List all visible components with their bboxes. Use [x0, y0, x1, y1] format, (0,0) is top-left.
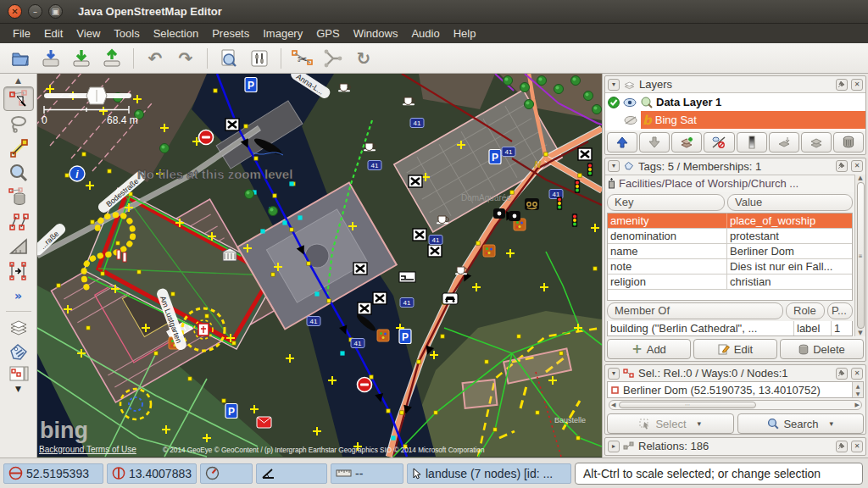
- pin-tags-button[interactable]: [836, 160, 848, 172]
- download-osm-button[interactable]: [68, 46, 95, 71]
- tool-more[interactable]: »: [3, 283, 34, 308]
- maximize-button[interactable]: ▣: [48, 4, 63, 19]
- selection-spinner[interactable]: ▲▼: [852, 382, 863, 397]
- close-window-button[interactable]: ✕: [8, 4, 22, 19]
- scrollbar-right-arrow[interactable]: ▶: [855, 402, 860, 408]
- close-relations-button[interactable]: ✕: [851, 441, 863, 452]
- key-column-header[interactable]: Key: [607, 194, 725, 211]
- collapse-selection-button[interactable]: ▾: [608, 368, 620, 380]
- search-button[interactable]: Search ▾: [737, 413, 865, 434]
- bakery-icon: [525, 198, 539, 210]
- combine-way-button[interactable]: [320, 46, 347, 71]
- collapse-layers-button[interactable]: ▾: [608, 79, 620, 91]
- position-column-header[interactable]: P...: [827, 302, 853, 319]
- selection-list-item[interactable]: Berliner Dom (52.5190735, 13.4010752) ▲▼: [607, 381, 864, 398]
- tool-lasso[interactable]: [3, 111, 34, 136]
- visible-eye-icon[interactable]: [623, 97, 637, 108]
- minimize-button[interactable]: –: [28, 4, 42, 19]
- edit-tag-button[interactable]: Edit: [693, 339, 777, 359]
- close-tags-button[interactable]: ✕: [851, 160, 863, 172]
- select-button[interactable]: Select ▾: [607, 413, 734, 434]
- layer-activate-button[interactable]: [671, 132, 702, 152]
- split-way-button[interactable]: ✂: [289, 46, 316, 71]
- tag-row[interactable]: religion christian: [608, 274, 852, 290]
- selection-horizontal-scrollbar[interactable]: ◀ ··· ▶: [609, 400, 862, 410]
- map-view[interactable]: P 41: [37, 74, 602, 458]
- menu-file[interactable]: File: [7, 25, 36, 42]
- layer-move-down-button[interactable]: [639, 132, 670, 152]
- collapse-tags-button[interactable]: ▾: [608, 160, 620, 172]
- download-data-button[interactable]: [37, 46, 64, 71]
- tool-measure[interactable]: [3, 234, 34, 258]
- tool-zoom[interactable]: [3, 160, 34, 185]
- layer-row-data[interactable]: Data Layer 1: [605, 93, 865, 111]
- search-objects-button[interactable]: [215, 46, 242, 71]
- hidden-eye-icon[interactable]: [624, 115, 637, 125]
- map-canvas[interactable]: P 41: [37, 74, 602, 458]
- membership-row[interactable]: building ("Berlin Cathedral", ... label …: [607, 321, 853, 336]
- pin-selection-button[interactable]: [836, 368, 848, 380]
- menu-gps[interactable]: GPS: [310, 25, 345, 42]
- zoom-slider-handle[interactable]: [86, 87, 107, 104]
- menu-tools[interactable]: Tools: [108, 25, 145, 42]
- menu-presets[interactable]: Presets: [206, 25, 255, 42]
- tool-draw-node[interactable]: [3, 136, 34, 160]
- toggle-selection-panel[interactable]: [3, 364, 34, 383]
- tool-select-move[interactable]: [3, 86, 34, 111]
- tag-row[interactable]: name Berliner Dom: [608, 244, 852, 259]
- sidebar-scroll-down[interactable]: ▼: [3, 383, 34, 395]
- menu-audio[interactable]: Audio: [405, 25, 445, 42]
- tag-row[interactable]: denomination protestant: [608, 229, 852, 244]
- menu-help[interactable]: Help: [448, 25, 482, 42]
- layer-delete-button[interactable]: [833, 132, 864, 152]
- pin-layers-button[interactable]: [836, 79, 848, 91]
- close-selection-button[interactable]: ✕: [851, 368, 863, 380]
- open-file-button[interactable]: [7, 46, 34, 71]
- toggle-layers-panel[interactable]: [3, 315, 34, 340]
- sidebar-scroll-up[interactable]: ▲: [3, 75, 34, 86]
- tool-unglue[interactable]: [3, 209, 34, 234]
- value-column-header[interactable]: Value: [727, 194, 853, 211]
- expand-relations-button[interactable]: ▸: [608, 441, 620, 452]
- add-tag-button[interactable]: + Add: [607, 339, 691, 359]
- scrollbar-thumb[interactable]: ···: [619, 402, 755, 408]
- menubar: File Edit View Tools Selection Presets I…: [0, 24, 868, 43]
- scrollbar-down-arrow[interactable]: ▼: [858, 330, 862, 336]
- delete-tag-button[interactable]: Delete: [780, 339, 864, 359]
- layer-visibility-button[interactable]: [704, 132, 734, 152]
- menu-view[interactable]: View: [70, 25, 106, 42]
- preferences-button[interactable]: [246, 46, 273, 71]
- close-layers-button[interactable]: ✕: [851, 79, 863, 91]
- tags-vertical-scrollbar[interactable]: ▲ ≡ ▼: [854, 175, 865, 337]
- tool-delete[interactable]: [3, 185, 34, 209]
- layer-opacity-button[interactable]: [737, 132, 767, 152]
- terms-of-use-link[interactable]: Background Terms of Use: [39, 445, 136, 454]
- tag-row[interactable]: note Dies ist nur ein Fall...: [608, 259, 852, 274]
- menu-windows[interactable]: Windows: [348, 25, 404, 42]
- menu-selection[interactable]: Selection: [147, 25, 204, 42]
- toggle-tags-panel[interactable]: [3, 340, 34, 364]
- layer-move-up-button[interactable]: [607, 132, 637, 152]
- edit-tool-sidebar: ▲ »: [0, 74, 37, 458]
- menu-imagery[interactable]: Imagery: [257, 25, 309, 42]
- preset-link[interactable]: Facilities/Place of Worship/Church ...: [605, 175, 854, 192]
- refresh-button[interactable]: ↻: [350, 46, 377, 71]
- scrollbar-thumb[interactable]: ≡: [857, 182, 865, 330]
- selection-actions: Select ▾ Search ▾: [605, 412, 865, 435]
- layer-merge-button[interactable]: [769, 132, 799, 152]
- redo-button[interactable]: ↷: [172, 46, 199, 71]
- role-column-header[interactable]: Role: [786, 302, 825, 319]
- scrollbar-left-arrow[interactable]: ◀: [611, 402, 615, 408]
- pin-relations-button[interactable]: [836, 441, 848, 452]
- layers-stack-icon: [8, 318, 30, 338]
- undo-button[interactable]: ↶: [142, 46, 169, 71]
- upload-osm-button[interactable]: [98, 46, 125, 71]
- menu-edit[interactable]: Edit: [38, 25, 69, 42]
- no-tiles-warning: No tiles at this zoom level: [137, 167, 292, 181]
- layer-row-bing[interactable]: b Bing Sat: [605, 111, 865, 129]
- member-of-column-header[interactable]: Member Of: [607, 302, 783, 319]
- layer-duplicate-button[interactable]: [801, 132, 832, 152]
- tool-parallel-way[interactable]: [3, 258, 34, 283]
- scrollbar-up-arrow[interactable]: ▲: [858, 175, 862, 181]
- tag-row[interactable]: amenity place_of_worship: [608, 214, 852, 229]
